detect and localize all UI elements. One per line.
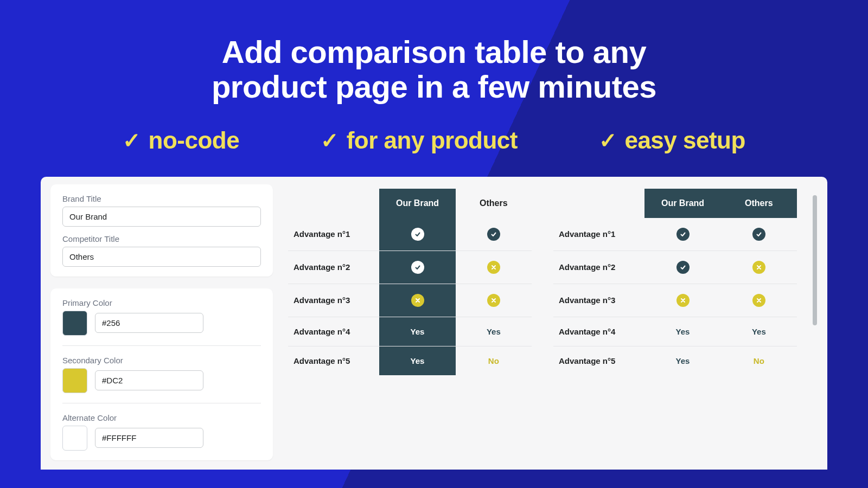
cross-icon	[487, 294, 500, 307]
row-label: Advantage n°2	[553, 251, 644, 284]
feature-any-product: ✓ for any product	[321, 127, 518, 154]
ours-cell	[644, 251, 720, 284]
check-icon: ✓	[123, 128, 141, 153]
alternate-color-swatch[interactable]	[62, 426, 87, 451]
secondary-color-input[interactable]	[95, 370, 203, 390]
row-label: Advantage n°2	[288, 251, 379, 284]
check-icon	[487, 228, 500, 241]
secondary-color-swatch[interactable]	[62, 368, 87, 393]
table-row: Advantage n°2	[553, 251, 797, 284]
header-ours: Our Brand	[379, 189, 455, 218]
divider	[62, 403, 261, 403]
row-label: Advantage n°1	[288, 218, 379, 251]
ours-cell	[379, 251, 455, 284]
others-cell	[721, 218, 797, 251]
others-cell	[456, 251, 532, 284]
row-label: Advantage n°3	[288, 284, 379, 317]
divider	[62, 345, 261, 346]
alternate-color-label: Alternate Color	[62, 413, 261, 422]
feature-nocode: ✓ no-code	[123, 127, 239, 154]
comparison-table-a: Our Brand Others Advantage n°1Advantage …	[288, 189, 532, 470]
headline-line-2: product page in a few minutes	[212, 69, 656, 104]
ours-cell	[644, 218, 720, 251]
ours-cell	[379, 218, 455, 251]
feature-label: for any product	[347, 127, 518, 154]
header-blank	[553, 189, 644, 218]
others-cell: Yes	[721, 317, 797, 346]
ours-cell: Yes	[644, 317, 720, 346]
ours-cell	[644, 284, 720, 317]
check-icon	[411, 261, 424, 274]
row-label: Advantage n°5	[288, 346, 379, 375]
header-others: Others	[456, 189, 532, 218]
check-icon	[676, 261, 690, 274]
others-cell	[721, 251, 797, 284]
secondary-color-label: Secondary Color	[62, 356, 261, 365]
preview-area: Our Brand Others Advantage n°1Advantage …	[288, 184, 797, 470]
ours-cell: Yes	[644, 346, 720, 375]
header-ours: Our Brand	[644, 189, 720, 218]
table-row: Advantage n°3	[553, 284, 797, 317]
table-head: Our Brand Others	[288, 189, 532, 218]
brand-title-label: Brand Title	[62, 194, 261, 203]
header-blank	[288, 189, 379, 218]
hero-banner: Add comparison table to any product page…	[0, 0, 868, 488]
headline-line-1: Add comparison table to any	[222, 34, 647, 69]
others-cell	[721, 284, 797, 317]
primary-color-swatch[interactable]	[62, 311, 87, 336]
app-window: Brand Title Competitor Title Primary Col…	[41, 177, 827, 470]
cross-icon	[411, 294, 424, 307]
check-icon	[411, 228, 424, 241]
check-icon: ✓	[599, 128, 617, 153]
row-label: Advantage n°4	[553, 317, 644, 346]
scroll-thumb[interactable]	[813, 195, 817, 325]
table-row: Advantage n°1	[288, 218, 532, 251]
ours-cell: Yes	[379, 346, 455, 375]
competitor-title-label: Competitor Title	[62, 234, 261, 243]
table-row: Advantage n°1	[553, 218, 797, 251]
alternate-color-input[interactable]	[95, 428, 203, 448]
row-label: Advantage n°3	[553, 284, 644, 317]
table-row: Advantage n°4YesYes	[288, 317, 532, 346]
scrollbar[interactable]	[812, 184, 818, 470]
brand-title-input[interactable]	[62, 207, 261, 227]
others-cell	[456, 218, 532, 251]
settings-sidebar: Brand Title Competitor Title Primary Col…	[50, 184, 273, 470]
colors-card: Primary Color Secondary Color Alternate …	[50, 288, 273, 460]
cross-icon	[752, 261, 765, 274]
check-icon	[676, 228, 690, 241]
row-label: Advantage n°1	[553, 218, 644, 251]
titles-card: Brand Title Competitor Title	[50, 184, 273, 277]
table-body-a: Advantage n°1Advantage n°2Advantage n°3A…	[288, 218, 532, 375]
primary-color-label: Primary Color	[62, 298, 261, 307]
table-row: Advantage n°5YesNo	[288, 346, 532, 375]
comparison-table-b: Our Brand Others Advantage n°1Advantage …	[553, 189, 797, 470]
primary-color-input[interactable]	[95, 313, 203, 333]
feature-row: ✓ no-code ✓ for any product ✓ easy setup	[123, 127, 745, 154]
header-others: Others	[721, 189, 797, 218]
table-row: Advantage n°2	[288, 251, 532, 284]
feature-easy-setup: ✓ easy setup	[599, 127, 745, 154]
cross-icon	[676, 294, 690, 307]
feature-label: no-code	[149, 127, 240, 154]
table-body-b: Advantage n°1Advantage n°2Advantage n°3A…	[553, 218, 797, 375]
cross-icon	[487, 261, 500, 274]
headline: Add comparison table to any product page…	[212, 35, 656, 104]
ours-cell: Yes	[379, 317, 455, 346]
cross-icon	[752, 294, 765, 307]
others-cell: No	[456, 346, 532, 375]
others-cell: No	[721, 346, 797, 375]
check-icon	[752, 228, 765, 241]
row-label: Advantage n°5	[553, 346, 644, 375]
feature-label: easy setup	[624, 127, 745, 154]
table-head: Our Brand Others	[553, 189, 797, 218]
check-icon: ✓	[321, 128, 339, 153]
others-cell	[456, 284, 532, 317]
competitor-title-input[interactable]	[62, 247, 261, 267]
row-label: Advantage n°4	[288, 317, 379, 346]
table-row: Advantage n°4YesYes	[553, 317, 797, 346]
table-row: Advantage n°3	[288, 284, 532, 317]
table-row: Advantage n°5YesNo	[553, 346, 797, 375]
ours-cell	[379, 284, 455, 317]
others-cell: Yes	[456, 317, 532, 346]
